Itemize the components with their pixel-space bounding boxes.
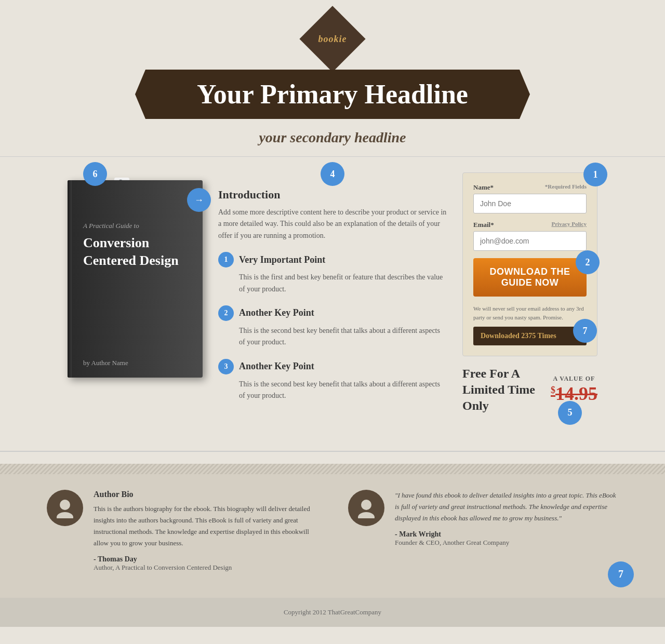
free-text: Free For A Limited Time Only [462,366,540,414]
point-badge-3: 3 [218,359,234,374]
point-text-1: This is the first and best key benefit o… [218,272,447,295]
book-column: 6 🔍 Preview Chapter One A Practical Guid… [68,172,203,378]
key-point-1: 1 Very Important Point This is the first… [218,252,447,295]
testimonial-content: "I have found this ebook to deliver deta… [395,490,618,572]
book-subtitle: A Practical Guide to [83,222,192,230]
testimonial-avatar [348,490,384,572]
secondary-headline: your secondary headline [0,122,665,156]
badge-corner-1: 1 [583,163,607,186]
intro-wrapper: 4 → Introduction Add some more descripti… [218,188,447,242]
free-text-block: Free For A Limited Time Only [462,366,540,414]
intro-text: Add some more descriptive content here t… [218,207,447,242]
badge-arrow-3: → [187,188,211,212]
logo-text: bookie [318,34,347,45]
name-label: Name* *Required Fields [473,183,587,192]
point-badge-1: 1 [218,252,234,267]
form-column: 1 Name* *Required Fields Email* Privacy … [462,172,597,414]
badge-download-2: 2 [576,250,600,274]
logo-area: bookie [0,0,665,70]
svg-point-0 [60,500,70,510]
author-avatar [47,490,83,572]
book-author: by Author Name [83,359,128,367]
intro-title: Introduction [218,188,447,202]
footer: Copyright 2012 ThatGreatCompany [0,598,665,627]
value-label: A VALUE OF [551,375,597,383]
badge-count-7: 7 [573,319,597,343]
key-points: 1 Very Important Point This is the first… [218,252,447,401]
name-input[interactable] [473,194,587,213]
required-hint: *Required Fields [545,183,587,190]
download-btn-wrap: 2 Download The Guide Now [473,258,587,302]
copyright: Copyright 2012 ThatGreatCompany [284,608,381,616]
person-icon [55,498,75,518]
divider [0,156,665,157]
banner-container: Your Primary Headline [0,70,665,119]
email-input[interactable] [473,231,587,251]
person-icon-2 [356,498,377,518]
point-text-2: This is the second best key benefit that… [218,325,447,348]
testimonial-name: - Mark Wright [395,530,618,539]
bio-content: Author Bio This is the authors biography… [94,490,317,572]
content-column: 4 → Introduction Add some more descripti… [218,172,447,412]
testimonial-avatar-circle [348,490,384,526]
intro-section: → Introduction Add some more descriptive… [218,188,447,242]
banner-bg: Your Primary Headline [145,70,520,119]
primary-headline: Your Primary Headline [187,79,478,110]
badge-4: 4 [321,162,344,186]
point-title-2: Another Key Point [239,307,314,318]
testimonial-role: Founder & CEO, Another Great Company [395,539,618,547]
download-count: Downloaded 2375 Times [481,332,556,340]
free-value-row: Free For A Limited Time Only A VALUE OF … [462,366,597,414]
testimonial-section: "I have found this ebook to deliver deta… [348,490,618,572]
privacy-link[interactable]: Privacy Policy [551,221,587,227]
bio-title: Author Bio [94,490,317,499]
key-point-2: 2 Another Key Point This is the second b… [218,305,447,348]
book-cover: A Practical Guide to Conversion Centered… [68,180,203,378]
svg-point-1 [57,512,73,518]
point-title-3: Another Key Point [239,361,314,372]
download-button[interactable]: Download The Guide Now [473,258,587,297]
point-text-3: This is the second best key benefit that… [218,379,447,402]
email-label: Email* Privacy Policy [473,221,587,229]
key-point-3: 3 Another Key Point This is the second b… [218,359,447,402]
point-badge-2: 2 [218,305,234,321]
bottom-inner: Author Bio This is the authors biography… [47,490,618,572]
point-title-1: Very Important Point [239,254,325,265]
form-box: 1 Name* *Required Fields Email* Privacy … [462,172,597,356]
wavy-divider [0,451,665,464]
bio-section: Author Bio This is the authors biography… [47,490,317,572]
svg-point-2 [361,500,371,510]
bio-text: This is the authors biography for the eb… [94,503,317,549]
bottom-section: Author Bio This is the authors biography… [0,464,665,598]
book-badge-6: 6 [83,162,107,186]
no-spam-text: We will never sell your email address to… [473,304,587,321]
bio-role: Author, A Practical to Conversion Center… [94,564,317,572]
download-count-bar: Downloaded 2375 Times 7 [473,327,587,345]
badge-free-5: 5 [558,401,582,425]
bio-name: - Thomas Day [94,555,317,564]
testimonial-quote: "I have found this ebook to deliver deta… [395,490,618,524]
svg-point-3 [358,512,375,518]
author-avatar-circle [47,490,83,526]
main-content: 6 🔍 Preview Chapter One A Practical Guid… [47,172,618,435]
logo-diamond: bookie [299,6,365,72]
badge-testimonial-7: 7 [608,561,634,587]
value-block: A VALUE OF $14.95 [551,375,597,405]
book-title: Conversion Centered Design [83,234,192,270]
